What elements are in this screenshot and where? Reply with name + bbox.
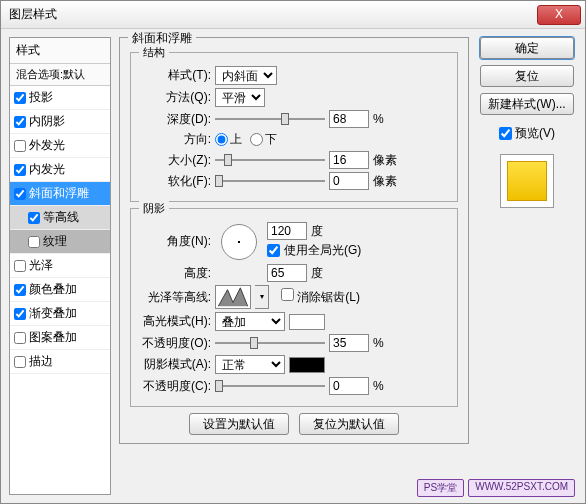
shadow-mode-label: 阴影模式(A):: [139, 356, 211, 373]
reset-default-button[interactable]: 复位为默认值: [299, 413, 399, 435]
make-default-button[interactable]: 设置为默认值: [189, 413, 289, 435]
structure-title: 结构: [139, 45, 169, 60]
style-item[interactable]: 等高线: [10, 206, 110, 230]
soften-label: 软化(F):: [139, 173, 211, 190]
size-label: 大小(Z):: [139, 152, 211, 169]
style-item-checkbox[interactable]: [14, 92, 26, 104]
angle-dial[interactable]: [221, 224, 257, 260]
style-item-checkbox[interactable]: [28, 212, 40, 224]
style-item-label: 斜面和浮雕: [29, 185, 89, 202]
style-item-label: 等高线: [43, 209, 79, 226]
altitude-input[interactable]: [267, 264, 307, 282]
highlight-mode-select[interactable]: 叠加: [215, 312, 285, 331]
style-item-label: 描边: [29, 353, 53, 370]
ok-button[interactable]: 确定: [480, 37, 574, 59]
titlebar: 图层样式 X: [1, 1, 585, 29]
style-item-label: 图案叠加: [29, 329, 77, 346]
styles-header: 样式: [10, 38, 110, 64]
global-light-check[interactable]: 使用全局光(G): [267, 242, 361, 259]
style-item-checkbox[interactable]: [14, 140, 26, 152]
style-label: 样式(T):: [139, 67, 211, 84]
style-item-checkbox[interactable]: [14, 332, 26, 344]
angle-label: 角度(N):: [139, 233, 211, 250]
angle-input[interactable]: [267, 222, 307, 240]
altitude-label: 高度:: [139, 265, 211, 282]
shadow-opacity-input[interactable]: [329, 377, 369, 395]
style-item[interactable]: 投影: [10, 86, 110, 110]
soften-input[interactable]: [329, 172, 369, 190]
style-item-label: 渐变叠加: [29, 305, 77, 322]
style-item[interactable]: 颜色叠加: [10, 278, 110, 302]
style-item-label: 纹理: [43, 233, 67, 250]
dialog-title: 图层样式: [5, 6, 537, 23]
depth-slider[interactable]: [215, 110, 325, 128]
style-item[interactable]: 纹理: [10, 230, 110, 254]
depth-label: 深度(D):: [139, 111, 211, 128]
settings-panel: 斜面和浮雕 结构 样式(T): 内斜面 方法(Q): 平滑 深度(D):: [119, 37, 469, 495]
style-item-checkbox[interactable]: [14, 284, 26, 296]
style-item-checkbox[interactable]: [14, 116, 26, 128]
highlight-color[interactable]: [289, 314, 325, 330]
shadow-color[interactable]: [289, 357, 325, 373]
soften-slider[interactable]: [215, 172, 325, 190]
styles-list: 样式 混合选项:默认 投影内阴影外发光内发光斜面和浮雕等高线纹理光泽颜色叠加渐变…: [9, 37, 111, 495]
method-label: 方法(Q):: [139, 89, 211, 106]
antialias-check[interactable]: 消除锯齿(L): [281, 288, 360, 306]
direction-down[interactable]: 下: [250, 131, 277, 148]
gloss-contour[interactable]: [215, 285, 251, 309]
style-item-checkbox[interactable]: [28, 236, 40, 248]
size-slider[interactable]: [215, 151, 325, 169]
watermark: PS学堂 WWW.52PSXT.COM: [417, 479, 575, 497]
depth-input[interactable]: [329, 110, 369, 128]
shadow-opacity-slider[interactable]: [215, 377, 325, 395]
style-select[interactable]: 内斜面: [215, 66, 277, 85]
direction-up[interactable]: 上: [215, 131, 242, 148]
style-item-checkbox[interactable]: [14, 164, 26, 176]
shadow-mode-select[interactable]: 正常: [215, 355, 285, 374]
shadow-opacity-label: 不透明度(C):: [139, 378, 211, 395]
action-panel: 确定 复位 新建样式(W)... 预览(V): [477, 37, 577, 495]
style-item-label: 颜色叠加: [29, 281, 77, 298]
shading-title: 阴影: [139, 201, 169, 216]
style-item[interactable]: 描边: [10, 350, 110, 374]
style-item-checkbox[interactable]: [14, 188, 26, 200]
style-item[interactable]: 内阴影: [10, 110, 110, 134]
highlight-opacity-slider[interactable]: [215, 334, 325, 352]
method-select[interactable]: 平滑: [215, 88, 265, 107]
style-item[interactable]: 光泽: [10, 254, 110, 278]
preview-check[interactable]: 预览(V): [499, 125, 555, 142]
style-item[interactable]: 斜面和浮雕: [10, 182, 110, 206]
direction-label: 方向:: [139, 131, 211, 148]
cancel-button[interactable]: 复位: [480, 65, 574, 87]
style-item[interactable]: 图案叠加: [10, 326, 110, 350]
style-item-checkbox[interactable]: [14, 356, 26, 368]
new-style-button[interactable]: 新建样式(W)...: [480, 93, 574, 115]
preview-swatch: [507, 161, 547, 201]
style-item[interactable]: 外发光: [10, 134, 110, 158]
style-item-label: 内发光: [29, 161, 65, 178]
close-button[interactable]: X: [537, 5, 581, 25]
preview-box: [500, 154, 554, 208]
highlight-opacity-input[interactable]: [329, 334, 369, 352]
style-item[interactable]: 内发光: [10, 158, 110, 182]
blend-options[interactable]: 混合选项:默认: [10, 64, 110, 86]
style-item[interactable]: 渐变叠加: [10, 302, 110, 326]
style-item-checkbox[interactable]: [14, 260, 26, 272]
gloss-contour-dropdown[interactable]: ▾: [255, 285, 269, 309]
size-input[interactable]: [329, 151, 369, 169]
highlight-opacity-label: 不透明度(O):: [139, 335, 211, 352]
style-item-label: 外发光: [29, 137, 65, 154]
style-item-label: 光泽: [29, 257, 53, 274]
style-item-label: 投影: [29, 89, 53, 106]
style-item-checkbox[interactable]: [14, 308, 26, 320]
highlight-mode-label: 高光模式(H):: [139, 313, 211, 330]
gloss-label: 光泽等高线:: [139, 289, 211, 306]
style-item-label: 内阴影: [29, 113, 65, 130]
